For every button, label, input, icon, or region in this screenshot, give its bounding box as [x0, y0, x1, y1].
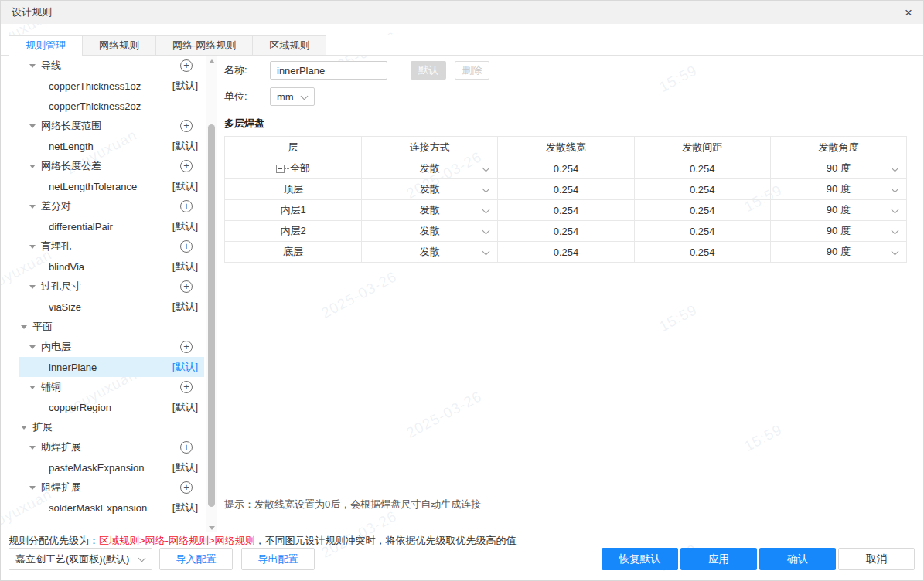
tree-item-cat-solder-mask-expansion[interactable]: 阻焊扩展 + [9, 477, 204, 498]
sidebar-scrollbar[interactable] [206, 56, 217, 532]
table-row-inner2: 内层2 发散 0.254 0.254 90 度 [225, 220, 906, 241]
tree-item-cat-copper-pour[interactable]: 铺铜 + [9, 377, 204, 397]
layer-name: 全部 [290, 161, 310, 175]
tree-item-cat-track[interactable]: 导线 + [9, 56, 204, 76]
default-badge: [默认] [172, 219, 198, 233]
spoke-angle-select[interactable]: 90 度 [770, 179, 906, 199]
tab-region-rules[interactable]: 区域规则 [252, 35, 326, 56]
caret-down-icon[interactable] [29, 446, 36, 450]
tree-item-cat-paste-mask-expansion[interactable]: 助焊扩展 + [9, 437, 204, 457]
tree-item-cat-net-length-range[interactable]: 网络长度范围 + [9, 116, 204, 136]
scroll-down-arrow-icon[interactable] [206, 523, 217, 532]
layer-cell: 底层 [225, 242, 361, 262]
tree-item-net-length[interactable]: netLength [默认] [9, 136, 204, 156]
add-rule-icon[interactable]: + [180, 381, 193, 393]
tree-item-inner-plane[interactable]: innerPlane [默认] [9, 357, 204, 377]
set-default-button[interactable]: 默认 [411, 61, 446, 80]
add-rule-icon[interactable]: + [180, 59, 193, 72]
add-rule-icon[interactable]: + [180, 441, 193, 454]
chevron-down-icon [892, 249, 898, 256]
tree-item-cat-inner-layer[interactable]: 内电层 + [9, 337, 204, 357]
add-rule-icon[interactable]: + [180, 481, 193, 494]
tree-item-copper-thickness-1oz[interactable]: copperThickness1oz [默认] [9, 76, 204, 96]
chevron-down-icon [892, 207, 898, 214]
connect-style-select[interactable]: 发散 [361, 158, 497, 178]
add-rule-icon[interactable]: + [180, 120, 193, 132]
tree-expander-icon[interactable] [276, 165, 285, 173]
restore-defaults-button[interactable]: 恢复默认 [602, 548, 678, 570]
scrollbar-thumb[interactable] [208, 124, 215, 507]
spoke-gap-cell[interactable]: 0.254 [634, 242, 770, 262]
tree-item-net-length-tolerance[interactable]: netLengthTolerance [默认] [9, 176, 204, 196]
caret-down-icon[interactable] [29, 165, 36, 168]
spoke-angle-select[interactable]: 90 度 [770, 158, 906, 178]
add-rule-icon[interactable]: + [180, 341, 193, 353]
connect-style-select[interactable]: 发散 [361, 242, 497, 262]
tree-item-via-size[interactable]: viaSize [默认] [9, 297, 204, 317]
spoke-width-cell[interactable]: 0.254 [497, 242, 633, 262]
connect-style-select[interactable]: 发散 [361, 221, 497, 241]
tree-item-differential-pair[interactable]: differentialPair [默认] [9, 216, 204, 236]
spoke-gap-value: 0.254 [690, 184, 715, 195]
caret-down-icon[interactable] [29, 205, 36, 209]
tree-item-blind-via[interactable]: blindVia [默认] [9, 257, 204, 277]
tree-item-solder-mask-expansion[interactable]: solderMaskExpansion [默认] [9, 498, 204, 518]
spoke-gap-value: 0.254 [690, 163, 715, 175]
spoke-width-cell[interactable]: 0.254 [497, 221, 633, 241]
tree-item-cat-blind-via[interactable]: 盲埋孔 + [9, 236, 204, 257]
default-badge: [默认] [172, 501, 198, 515]
caret-down-icon[interactable] [29, 124, 36, 128]
caret-down-icon[interactable] [29, 386, 36, 389]
confirm-button[interactable]: 确认 [759, 548, 836, 570]
cancel-button[interactable]: 取消 [838, 548, 915, 570]
caret-down-icon[interactable] [29, 245, 36, 249]
export-config-button[interactable]: 导出配置 [241, 548, 315, 570]
spoke-gap-cell[interactable]: 0.254 [634, 158, 770, 178]
apply-button[interactable]: 应用 [680, 548, 757, 570]
tree-item-cat-via-size[interactable]: 过孔尺寸 + [9, 277, 204, 297]
connect-style-select[interactable]: 发散 [361, 179, 497, 199]
scroll-up-arrow-icon[interactable] [206, 56, 217, 66]
add-rule-icon[interactable]: + [180, 240, 193, 253]
tree-item-copper-thickness-2oz[interactable]: copperThickness2oz [9, 96, 204, 116]
caret-down-icon[interactable] [21, 325, 27, 329]
add-rule-icon[interactable]: + [180, 280, 193, 293]
import-config-button[interactable]: 导入配置 [159, 548, 233, 570]
tree-item-cat-plane[interactable]: 平面 [9, 317, 204, 337]
tree-item-cat-net-length-tolerance[interactable]: 网络长度公差 + [9, 156, 204, 176]
unit-select[interactable]: mm [270, 87, 315, 106]
spoke-angle-select[interactable]: 90 度 [770, 221, 906, 241]
caret-down-icon[interactable] [29, 64, 36, 68]
tab-net-net-rules[interactable]: 网络-网络规则 [155, 35, 253, 56]
default-badge: [默认] [172, 260, 198, 274]
delete-rule-button[interactable]: 删除 [455, 61, 489, 80]
default-badge: [默认] [172, 360, 198, 374]
tree-item-cat-differential-pair[interactable]: 差分对 + [9, 196, 204, 216]
caret-down-icon[interactable] [29, 486, 36, 490]
caret-down-icon[interactable] [29, 345, 36, 349]
tree-item-copper-region[interactable]: copperRegion [默认] [9, 397, 204, 417]
tree-item-cat-expansion[interactable]: 扩展 [9, 417, 204, 437]
tab-rule-management[interactable]: 规则管理 [9, 35, 83, 56]
chevron-down-icon [892, 228, 898, 235]
spoke-width-cell[interactable]: 0.254 [497, 179, 633, 199]
caret-down-icon[interactable] [29, 285, 36, 289]
connect-style-value: 发散 [420, 161, 440, 175]
caret-down-icon[interactable] [21, 426, 27, 430]
spoke-angle-select[interactable]: 90 度 [770, 200, 906, 220]
spoke-gap-cell[interactable]: 0.254 [634, 179, 770, 199]
spoke-width-cell[interactable]: 0.254 [497, 158, 633, 178]
rule-name-input[interactable] [270, 61, 387, 80]
connect-style-value: 发散 [420, 203, 440, 217]
tree-item-paste-mask-expansion[interactable]: pasteMaskExpansion [默认] [9, 457, 204, 477]
spoke-angle-select[interactable]: 90 度 [770, 242, 906, 262]
close-icon[interactable]: × [905, 6, 912, 19]
process-template-select[interactable]: 嘉立创工艺(双面板)(默认) [9, 548, 152, 570]
connect-style-select[interactable]: 发散 [361, 200, 497, 220]
add-rule-icon[interactable]: + [180, 200, 193, 212]
add-rule-icon[interactable]: + [180, 160, 193, 172]
spoke-width-cell[interactable]: 0.254 [497, 200, 633, 220]
spoke-gap-cell[interactable]: 0.254 [634, 200, 770, 220]
tab-net-rules[interactable]: 网络规则 [82, 35, 156, 56]
spoke-gap-cell[interactable]: 0.254 [634, 221, 770, 241]
